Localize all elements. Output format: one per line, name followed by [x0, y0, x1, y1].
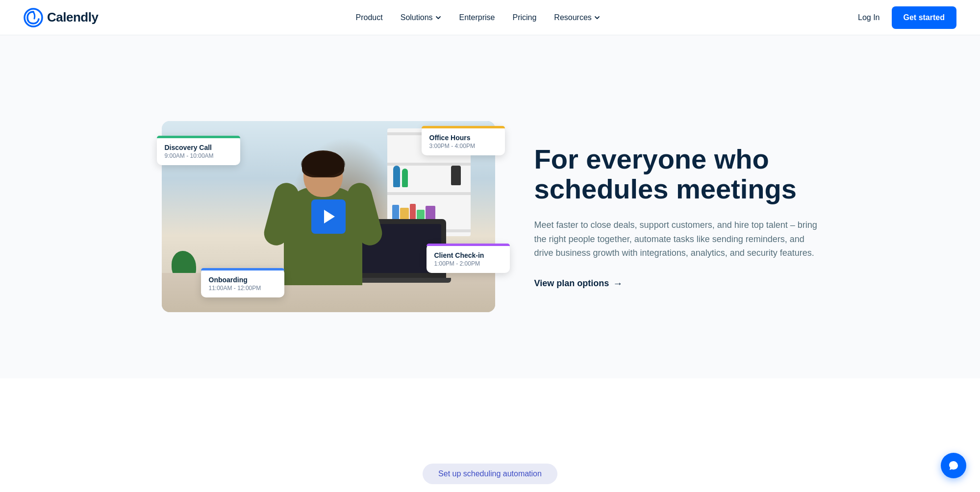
hero-text-block: For everyone who schedules meetings Meet…: [534, 144, 819, 290]
nav-enterprise[interactable]: Enterprise: [459, 13, 495, 22]
header: Calendly Product Solutions Enterprise Pr…: [0, 0, 980, 35]
logo-text: Calendly: [47, 10, 98, 25]
play-button[interactable]: [311, 199, 346, 234]
calendly-logo-icon: [24, 8, 43, 27]
meeting-card-onboarding: Onboarding 11:00AM - 12:00PM: [201, 268, 284, 297]
meeting-card-discovery: Discovery Call 9:00AM - 10:00AM: [157, 136, 240, 165]
logo[interactable]: Calendly: [24, 8, 98, 27]
arrow-right-icon: →: [613, 278, 623, 289]
nav-product[interactable]: Product: [356, 13, 383, 22]
hero-subtext: Meet faster to close deals, support cust…: [534, 218, 819, 260]
view-plans-link[interactable]: View plan options →: [534, 278, 819, 289]
get-started-button[interactable]: Get started: [892, 6, 956, 29]
meeting-card-office: Office Hours 3:00PM - 4:00PM: [422, 126, 505, 155]
hero-section: Discovery Call 9:00AM - 10:00AM Office H…: [0, 35, 980, 378]
login-link[interactable]: Log In: [858, 13, 879, 22]
card-bar-discovery: [157, 136, 240, 138]
hero-heading: For everyone who schedules meetings: [534, 144, 819, 204]
nav-solutions[interactable]: Solutions: [401, 13, 442, 22]
card-bar-office: [422, 126, 505, 128]
meeting-card-client: Client Check-in 1:00PM - 2:00PM: [427, 244, 510, 273]
header-actions: Log In Get started: [858, 6, 956, 29]
card-bar-client: [427, 244, 510, 246]
solutions-chevron-icon: [435, 14, 442, 21]
main-nav: Product Solutions Enterprise Pricing Res…: [356, 13, 601, 22]
hero-video-wrapper: Discovery Call 9:00AM - 10:00AM Office H…: [162, 121, 495, 312]
resources-chevron-icon: [594, 14, 601, 21]
nav-resources[interactable]: Resources: [554, 13, 600, 22]
nav-pricing[interactable]: Pricing: [512, 13, 536, 22]
card-bar-onboarding: [201, 268, 284, 271]
play-triangle-icon: [324, 210, 335, 223]
